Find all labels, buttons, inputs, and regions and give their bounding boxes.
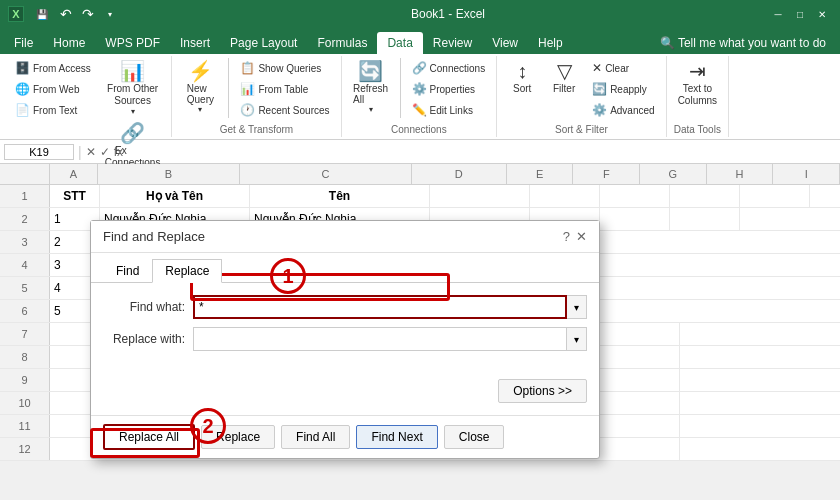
find-what-row: Find what: ▾ xyxy=(103,295,587,319)
col-header-b[interactable]: B xyxy=(98,164,241,184)
undo-dropdown[interactable]: ▾ xyxy=(100,4,120,24)
edit-links-label: Edit Links xyxy=(430,105,473,116)
find-what-dropdown[interactable]: ▾ xyxy=(567,295,587,319)
dialog-tab-find[interactable]: Find xyxy=(103,259,152,282)
recent-sources-label: Recent Sources xyxy=(258,105,329,116)
tab-help[interactable]: Help xyxy=(528,32,573,54)
col-header-d[interactable]: D xyxy=(412,164,507,184)
insert-function-icon[interactable]: fx xyxy=(114,145,123,159)
dialog-tab-replace[interactable]: Replace xyxy=(152,259,222,283)
formula-input[interactable] xyxy=(127,145,836,159)
replace-button[interactable]: Replace xyxy=(201,425,275,449)
show-queries-button[interactable]: 📋 Show Queries xyxy=(235,58,334,78)
row-number: 10 xyxy=(0,392,50,414)
row-number: 1 xyxy=(0,185,50,207)
replace-with-dropdown[interactable]: ▾ xyxy=(567,327,587,351)
edit-links-button[interactable]: ✏️ Edit Links xyxy=(407,100,491,120)
cell-g1[interactable] xyxy=(670,185,740,207)
save-button[interactable]: 💾 xyxy=(32,4,52,24)
tab-home[interactable]: Home xyxy=(43,32,95,54)
replace-all-button[interactable]: Replace All xyxy=(103,424,195,450)
tab-page-layout[interactable]: Page Layout xyxy=(220,32,307,54)
col-header-e[interactable]: E xyxy=(507,164,574,184)
refresh-all-label: RefreshAll xyxy=(353,83,388,105)
col-header-f[interactable]: F xyxy=(573,164,640,184)
cell-f2[interactable] xyxy=(600,208,670,230)
tab-view[interactable]: View xyxy=(482,32,528,54)
dialog-help-icon[interactable]: ? xyxy=(563,229,570,244)
close-button-dialog[interactable]: Close xyxy=(444,425,505,449)
clear-button[interactable]: ✕ Clear xyxy=(587,58,659,78)
refresh-all-button[interactable]: 🔄 RefreshAll ▾ xyxy=(348,58,394,117)
from-other-sources-button[interactable]: 📊 From OtherSources ▾ xyxy=(100,58,166,119)
new-query-button[interactable]: ⚡ NewQuery ▾ xyxy=(178,58,222,117)
ribbon-tabs: File Home WPS PDF Insert Page Layout For… xyxy=(0,28,840,54)
tab-review[interactable]: Review xyxy=(423,32,482,54)
cell-f1[interactable] xyxy=(600,185,670,207)
tab-formulas[interactable]: Formulas xyxy=(307,32,377,54)
properties-button[interactable]: ⚙️ Properties xyxy=(407,79,491,99)
tab-file[interactable]: File xyxy=(4,32,43,54)
tab-insert[interactable]: Insert xyxy=(170,32,220,54)
show-queries-icon: 📋 xyxy=(240,61,255,75)
text-to-columns-button[interactable]: ⇥ Text toColumns xyxy=(673,58,722,110)
find-next-button[interactable]: Find Next xyxy=(356,425,437,449)
group-get-external-data: 🗄️ From Access 🌐 From Web 📄 From Text 📊 … xyxy=(4,56,172,137)
cell-c1[interactable]: Tên xyxy=(250,185,430,207)
corner-cell xyxy=(0,164,50,184)
recent-sources-button[interactable]: 🕐 Recent Sources xyxy=(235,100,334,120)
redo-button[interactable]: ↷ xyxy=(78,4,98,24)
from-access-button[interactable]: 🗄️ From Access xyxy=(10,58,96,78)
row-number: 5 xyxy=(0,277,50,299)
sort-icon: ↕️ xyxy=(517,61,527,81)
dialog-close-icon[interactable]: ✕ xyxy=(576,229,587,244)
close-button[interactable]: ✕ xyxy=(812,4,832,24)
tab-tell-me[interactable]: 🔍 Tell me what you want to do xyxy=(650,32,836,54)
options-button[interactable]: Options >> xyxy=(498,379,587,403)
filter-button[interactable]: ▽ Filter xyxy=(545,58,583,97)
row-number: 3 xyxy=(0,231,50,253)
confirm-formula-icon[interactable]: ✓ xyxy=(100,145,110,159)
external-data-col: 🗄️ From Access 🌐 From Web 📄 From Text xyxy=(10,58,96,120)
undo-button[interactable]: ↶ xyxy=(56,4,76,24)
replace-with-input[interactable] xyxy=(193,327,567,351)
group-connections: 🔄 RefreshAll ▾ 🔗 Connections ⚙️ Properti… xyxy=(342,56,498,137)
cell-b1[interactable]: Họ và Tên xyxy=(100,185,250,207)
cell-h1[interactable] xyxy=(740,185,810,207)
col-header-g[interactable]: G xyxy=(640,164,707,184)
from-web-button[interactable]: 🌐 From Web xyxy=(10,79,96,99)
tab-data[interactable]: Data xyxy=(377,32,422,54)
sort-button[interactable]: ↕️ Sort xyxy=(503,58,541,97)
cell-a1[interactable]: STT xyxy=(50,185,100,207)
replace-with-label: Replace with: xyxy=(103,332,193,346)
minimize-button[interactable]: ─ xyxy=(768,4,788,24)
from-text-button[interactable]: 📄 From Text xyxy=(10,100,96,120)
col-header-c[interactable]: C xyxy=(240,164,411,184)
reapply-button[interactable]: 🔄 Reapply xyxy=(587,79,659,99)
properties-label: Properties xyxy=(430,84,476,95)
cell-d1[interactable] xyxy=(430,185,530,207)
advanced-button[interactable]: ⚙️ Advanced xyxy=(587,100,659,120)
col-header-h[interactable]: H xyxy=(707,164,774,184)
connections-button[interactable]: 🔗 Connections xyxy=(407,58,491,78)
dialog-title-icons: ? ✕ xyxy=(563,229,587,244)
find-all-button[interactable]: Find All xyxy=(281,425,350,449)
maximize-button[interactable]: □ xyxy=(790,4,810,24)
cell-e1[interactable] xyxy=(530,185,600,207)
find-what-label: Find what: xyxy=(103,300,193,314)
col-header-a[interactable]: A xyxy=(50,164,98,184)
find-what-input[interactable] xyxy=(193,295,567,319)
find-replace-dialog[interactable]: Find and Replace ? ✕ Find Replace Find w… xyxy=(90,220,600,459)
cancel-formula-icon[interactable]: ✕ xyxy=(86,145,96,159)
cell-g2[interactable] xyxy=(670,208,740,230)
filter-col: ✕ Clear 🔄 Reapply ⚙️ Advanced xyxy=(587,58,659,120)
from-table-button[interactable]: 📊 From Table xyxy=(235,79,334,99)
table-row: 1 STT Họ và Tên Tên xyxy=(0,185,840,208)
connections-label: Connections xyxy=(430,63,486,74)
from-access-label: From Access xyxy=(33,63,91,74)
tab-wps-pdf[interactable]: WPS PDF xyxy=(95,32,170,54)
from-table-icon: 📊 xyxy=(240,82,255,96)
connections-content: 🔄 RefreshAll ▾ 🔗 Connections ⚙️ Properti… xyxy=(348,58,491,122)
name-box[interactable] xyxy=(4,144,74,160)
col-header-i[interactable]: I xyxy=(773,164,840,184)
